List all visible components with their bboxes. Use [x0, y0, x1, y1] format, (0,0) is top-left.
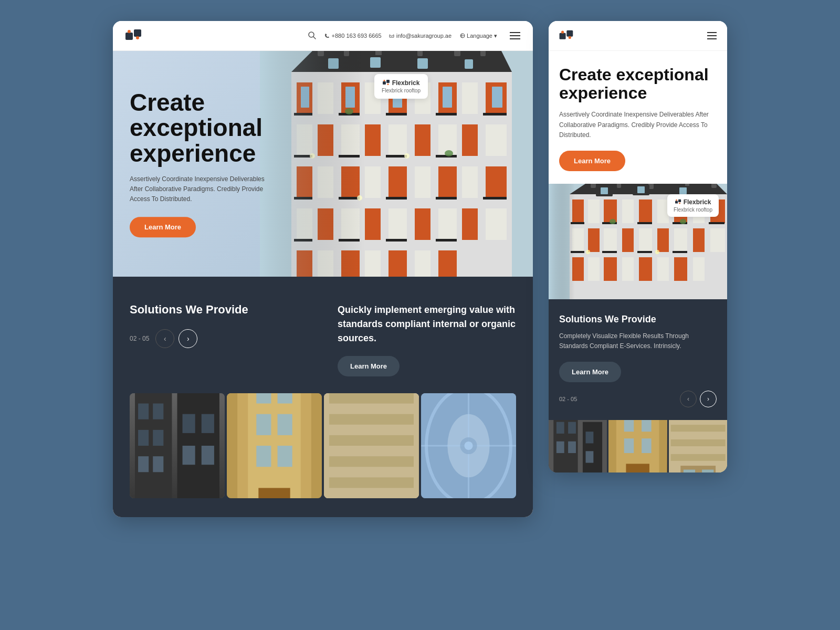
- solutions-counter: 02 - 05 ‹ ›: [130, 329, 248, 348]
- svg-point-3: [136, 36, 139, 39]
- svg-rect-111: [202, 446, 214, 465]
- svg-rect-189: [639, 257, 652, 281]
- svg-rect-183: [637, 251, 652, 253]
- svg-rect-192: [693, 257, 705, 281]
- solutions-image-4: [421, 393, 516, 498]
- svg-rect-141: [560, 33, 566, 39]
- svg-rect-217: [626, 464, 650, 473]
- nav-hamburger-icon[interactable]: [510, 32, 520, 39]
- svg-point-194: [655, 250, 659, 254]
- hero-title: Create exceptional experience: [130, 90, 308, 166]
- svg-rect-95: [386, 80, 390, 83]
- hero-description: Assertively Coordinate Inexpensive Deliv…: [130, 174, 271, 205]
- solutions-image-grid: [130, 393, 516, 498]
- mobile-nav: [549, 21, 727, 51]
- svg-rect-215: [624, 438, 634, 453]
- svg-point-193: [586, 250, 590, 254]
- svg-rect-66: [386, 197, 407, 200]
- svg-rect-213: [624, 420, 634, 432]
- mobile-solutions-description: Completely Visualize Flexible Results Th…: [559, 331, 717, 351]
- svg-rect-223: [670, 454, 725, 461]
- svg-rect-53: [386, 155, 407, 158]
- mobile-prev-button[interactable]: ‹: [680, 391, 697, 407]
- nav-phone: +880 163 693 6665: [324, 33, 382, 39]
- mobile-next-button[interactable]: ›: [700, 391, 717, 407]
- svg-point-143: [561, 31, 564, 34]
- svg-rect-187: [604, 257, 617, 281]
- nav-contact: +880 163 693 6665 info@sakuragroup.ae: [324, 33, 452, 39]
- svg-rect-106: [138, 456, 149, 472]
- svg-rect-174: [604, 228, 617, 252]
- svg-point-97: [387, 83, 388, 85]
- svg-rect-142: [566, 30, 573, 37]
- solutions-prev-button[interactable]: ‹: [155, 329, 174, 348]
- svg-rect-197: [549, 184, 575, 299]
- mobile-hero-description: Assertively Coordinate Inexpensive Deliv…: [559, 110, 717, 140]
- nav-email: info@sakuragroup.ae: [389, 33, 452, 39]
- svg-rect-206: [568, 422, 576, 434]
- svg-rect-76: [462, 208, 478, 240]
- svg-line-5: [313, 37, 316, 39]
- svg-rect-88: [415, 250, 430, 277]
- mobile-image-strip: [549, 420, 727, 472]
- svg-rect-115: [256, 393, 271, 404]
- svg-rect-45: [365, 124, 381, 156]
- svg-rect-209: [586, 432, 594, 443]
- svg-rect-159: [588, 200, 600, 223]
- solutions-top: Solutions We Provide 02 - 05 ‹ › Quickly…: [130, 303, 516, 376]
- svg-rect-75: [438, 208, 457, 240]
- solutions-title: Solutions We Provide: [130, 303, 248, 317]
- solutions-arrows: ‹ ›: [155, 329, 197, 348]
- svg-rect-21: [417, 58, 428, 69]
- mobile-solutions-arrows: ‹ ›: [680, 391, 717, 407]
- svg-rect-47: [415, 124, 430, 156]
- desktop-nav: +880 163 693 6665 info@sakuragroup.ae La…: [113, 21, 533, 51]
- solutions-left: Solutions We Provide 02 - 05 ‹ ›: [130, 303, 248, 348]
- mobile-hero-text: Create exceptional experience Assertivel…: [549, 51, 727, 184]
- svg-rect-62: [415, 166, 430, 198]
- svg-rect-46: [388, 124, 407, 156]
- svg-rect-186: [588, 257, 600, 281]
- svg-rect-102: [138, 404, 149, 419]
- desktop-panel: +880 163 693 6665 info@sakuragroup.ae La…: [113, 21, 533, 517]
- svg-rect-40: [443, 87, 452, 108]
- mobile-solutions-title: Solutions We Provide: [559, 314, 717, 325]
- svg-rect-117: [256, 414, 271, 435]
- hero-learn-more-button[interactable]: Learn More: [130, 217, 196, 238]
- svg-rect-199: [678, 200, 681, 202]
- svg-rect-13: [454, 51, 460, 56]
- svg-rect-147: [591, 184, 596, 188]
- svg-rect-216: [642, 438, 652, 453]
- mobile-hero-learn-more-button[interactable]: Learn More: [559, 151, 625, 171]
- svg-rect-87: [365, 250, 381, 277]
- nav-language[interactable]: Language ▾: [460, 33, 497, 39]
- svg-rect-191: [674, 257, 687, 281]
- mobile-hamburger-icon[interactable]: [707, 32, 717, 39]
- mobile-solutions-footer: 02 - 05 ‹ ›: [559, 391, 717, 407]
- svg-rect-179: [693, 228, 705, 252]
- svg-point-2: [128, 30, 131, 33]
- svg-rect-59: [486, 166, 507, 198]
- mobile-solutions: Solutions We Provide Completely Visualiz…: [549, 299, 727, 420]
- solutions-image-1: [130, 393, 225, 498]
- search-icon[interactable]: [308, 31, 316, 41]
- svg-rect-176: [639, 228, 652, 252]
- flexbrick-sub: Flexbrick rooftop: [382, 88, 421, 93]
- svg-rect-68: [483, 197, 507, 200]
- svg-rect-103: [153, 404, 163, 419]
- svg-rect-81: [436, 239, 457, 242]
- mobile-image-3: [669, 420, 727, 472]
- mobile-solutions-learn-more-button[interactable]: Learn More: [559, 362, 621, 382]
- svg-rect-127: [329, 435, 414, 446]
- solutions-next-button[interactable]: ›: [178, 329, 197, 348]
- solutions-learn-more-button[interactable]: Learn More: [338, 356, 400, 376]
- svg-rect-222: [670, 439, 725, 446]
- svg-rect-198: [675, 201, 678, 203]
- svg-rect-225: [683, 470, 695, 472]
- svg-rect-34: [386, 113, 407, 116]
- svg-point-96: [383, 80, 385, 81]
- solutions-right: Quickly implement emerging value with st…: [338, 303, 516, 376]
- svg-rect-119: [256, 446, 271, 467]
- svg-rect-221: [670, 425, 725, 432]
- svg-rect-160: [604, 200, 617, 223]
